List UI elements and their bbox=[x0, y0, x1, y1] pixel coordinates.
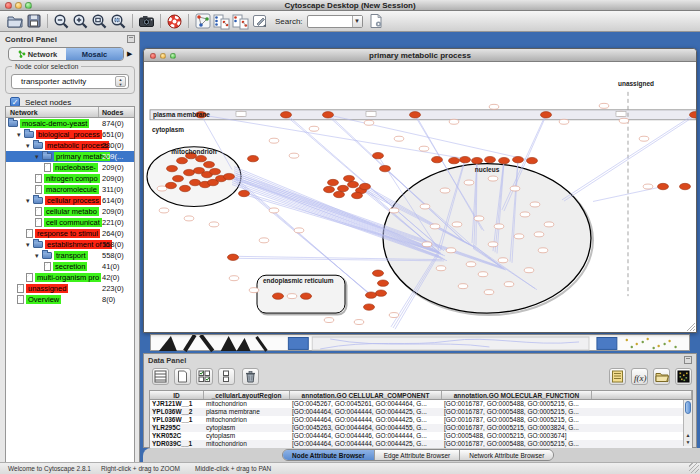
network-node[interactable] bbox=[373, 270, 384, 276]
network-node[interactable] bbox=[166, 182, 177, 188]
zoom-in-button[interactable] bbox=[71, 12, 90, 31]
open-session-button[interactable] bbox=[5, 12, 24, 31]
tab-edge-attribute-browser[interactable]: Edge Attribute Browser bbox=[375, 450, 460, 460]
network-node[interactable] bbox=[173, 175, 184, 181]
tree-row[interactable]: mosaic-demo-yeast874(0) bbox=[6, 118, 134, 129]
tree-row[interactable]: ▾biological_process651(0) bbox=[6, 129, 134, 140]
float-panel-icon[interactable] bbox=[684, 356, 692, 364]
network-graph[interactable]: plasma membranecytoplasmmitochondrionnuc… bbox=[144, 62, 696, 332]
tab-node-attribute-browser[interactable]: Node Attribute Browser bbox=[283, 450, 375, 460]
table-cell[interactable]: mitochondrion bbox=[204, 416, 290, 424]
network-node[interactable] bbox=[180, 185, 191, 191]
table-column-header[interactable]: annotation.GO MOLECULAR_FUNCTION bbox=[442, 391, 592, 399]
function-builder-button[interactable]: f(x) bbox=[631, 368, 648, 385]
expand-arrow-icon[interactable]: ▾ bbox=[26, 195, 33, 206]
table-row[interactable]: YPL036W__2plasma membrane[GO:0044464, GO… bbox=[150, 408, 692, 416]
float-panel-icon[interactable] bbox=[127, 35, 135, 43]
close-button[interactable] bbox=[5, 2, 12, 9]
network-window-titlebar[interactable]: primary metabolic process bbox=[144, 49, 696, 62]
network-node[interactable] bbox=[376, 290, 387, 296]
network-node[interactable] bbox=[248, 155, 259, 161]
table-cell[interactable]: [GO:0016787, GO:0005488, GO:0005215, G..… bbox=[442, 400, 592, 408]
table-cell[interactable]: [GO:0044464, GO:0044444, GO:0044425, G..… bbox=[290, 440, 442, 448]
tree-row[interactable]: cell communicat221(0) bbox=[6, 217, 134, 228]
table-column-header[interactable]: _cellularLayoutRegion bbox=[204, 391, 290, 399]
table-cell[interactable]: YPL036W__1 bbox=[150, 416, 204, 424]
network-node[interactable] bbox=[364, 304, 375, 310]
table-cell[interactable]: YKR052C bbox=[150, 432, 204, 440]
help-button[interactable] bbox=[165, 12, 184, 31]
window-resize-grip[interactable] bbox=[693, 329, 695, 331]
table-column-header[interactable]: ID bbox=[150, 391, 204, 399]
expand-arrow-icon[interactable]: ▾ bbox=[26, 239, 33, 250]
table-cell[interactable]: [GO:0044464, GO:0044444, GO:0044425, G..… bbox=[290, 408, 442, 416]
table-cell[interactable]: mitochondrion bbox=[204, 400, 290, 408]
table-cell[interactable]: [GO:0044464, GO:0044446, GO:0044444, G..… bbox=[290, 432, 442, 440]
network-node[interactable] bbox=[472, 157, 483, 163]
table-cell[interactable]: [GO:0005488, GO:0005215, GO:0003674] bbox=[442, 432, 592, 440]
attribute-list-button[interactable] bbox=[609, 368, 626, 385]
network-node[interactable] bbox=[378, 280, 389, 286]
network-node[interactable] bbox=[328, 179, 339, 185]
table-row[interactable]: YLR295Ccytoplasm[GO:0045263, GO:0044464,… bbox=[150, 424, 692, 432]
scrollbar-thumb[interactable] bbox=[685, 401, 691, 414]
zoom-window-button[interactable] bbox=[170, 53, 176, 59]
close-button[interactable] bbox=[150, 53, 156, 59]
table-cell[interactable]: [GO:0045263, GO:0044464, GO:0044455, G..… bbox=[290, 424, 442, 432]
tree-row[interactable]: secretion41(0) bbox=[6, 261, 134, 272]
tree-row[interactable]: macromolecule311(0) bbox=[6, 184, 134, 195]
network-node[interactable] bbox=[366, 292, 377, 298]
attribute-table-button[interactable] bbox=[152, 368, 169, 385]
tree-row[interactable]: ▾establishment of lo558(0) bbox=[6, 239, 134, 250]
table-cell[interactable]: [GO:0016787, GO:0005488, GO:0005215, G..… bbox=[442, 416, 592, 424]
table-cell[interactable]: mitochondrion bbox=[204, 440, 290, 448]
network-node[interactable] bbox=[432, 156, 443, 162]
tree-row[interactable]: Overview8(0) bbox=[6, 294, 134, 305]
network-node[interactable] bbox=[334, 191, 345, 197]
resize-grip[interactable] bbox=[689, 463, 699, 473]
table-row[interactable]: YPL036W__1mitochondrion[GO:0044464, GO:0… bbox=[150, 416, 692, 424]
tree-row[interactable]: unassigned223(0) bbox=[6, 283, 134, 294]
network-node[interactable] bbox=[658, 183, 669, 189]
expand-arrow-icon[interactable]: ▾ bbox=[17, 129, 24, 140]
tab-overflow-arrow[interactable]: ▶ bbox=[127, 50, 132, 58]
network-node[interactable] bbox=[190, 179, 201, 185]
table-cell[interactable]: YDR039C__1 bbox=[150, 440, 204, 448]
network-node[interactable] bbox=[224, 173, 235, 179]
network-node[interactable] bbox=[239, 190, 250, 196]
network-node[interactable] bbox=[485, 156, 496, 162]
table-cell[interactable]: [GO:0016787, GO:0005488, GO:0005215, G..… bbox=[442, 440, 592, 448]
table-cell[interactable]: YJR121W__1 bbox=[150, 400, 204, 408]
network-canvas[interactable]: plasma membranecytoplasmmitochondrionnuc… bbox=[144, 62, 696, 332]
expand-arrow-icon[interactable]: ▾ bbox=[35, 250, 42, 261]
minimize-button[interactable] bbox=[160, 53, 166, 59]
tree-row[interactable]: ▾transport558(0) bbox=[6, 250, 134, 261]
table-cell[interactable]: YLR295C bbox=[150, 424, 204, 432]
import-attributes-button[interactable] bbox=[653, 368, 670, 385]
network-node[interactable] bbox=[204, 161, 215, 167]
filter-button[interactable] bbox=[231, 12, 250, 31]
zoom-out-button[interactable] bbox=[52, 12, 71, 31]
new-attribute-button[interactable] bbox=[174, 368, 191, 385]
tree-row[interactable]: response to stimul264(0) bbox=[6, 228, 134, 239]
scroll-down-icon[interactable]: ▼ bbox=[684, 439, 692, 446]
table-cell[interactable]: cytoplasm bbox=[204, 432, 290, 440]
background-window[interactable] bbox=[150, 334, 690, 351]
network-node[interactable] bbox=[167, 165, 178, 171]
tree-row[interactable]: cellular metabo209(0) bbox=[6, 206, 134, 217]
import-network-button[interactable] bbox=[193, 12, 212, 31]
network-node[interactable] bbox=[513, 156, 524, 162]
expand-arrow-icon[interactable]: ▾ bbox=[35, 151, 42, 162]
network-node[interactable] bbox=[323, 112, 334, 118]
network-node[interactable] bbox=[352, 192, 363, 198]
network-node[interactable] bbox=[410, 112, 421, 118]
vizmapper-button[interactable] bbox=[212, 12, 231, 31]
table-cell[interactable]: cytoplasm bbox=[204, 424, 290, 432]
table-cell[interactable]: plasma membrane bbox=[204, 408, 290, 416]
color-attribute-dropdown[interactable]: transporter activity ▲▼ bbox=[11, 74, 129, 89]
tree-row[interactable]: ▾metabolic process280(0) bbox=[6, 140, 134, 151]
network-node[interactable] bbox=[324, 186, 335, 192]
chevron-down-icon[interactable]: ▼ bbox=[352, 16, 362, 27]
network-node[interactable] bbox=[338, 185, 349, 191]
tree-row[interactable]: nitrogen compo209(0) bbox=[6, 173, 134, 184]
